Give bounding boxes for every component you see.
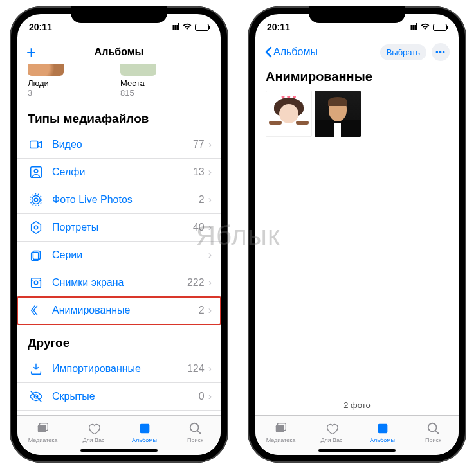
row-portraits[interactable]: Портреты 40 › bbox=[17, 214, 221, 242]
photo-thumbnail[interactable]: ♥ ♥ ♥ bbox=[266, 91, 312, 137]
status-time: 20:11 bbox=[29, 22, 52, 32]
row-recently-deleted[interactable]: Недавно удаленные 431 › bbox=[17, 411, 221, 415]
tab-search[interactable]: Поиск bbox=[170, 416, 221, 449]
tab-for-you[interactable]: Для Вас bbox=[306, 416, 357, 449]
album-count: 815 bbox=[120, 88, 156, 98]
tab-library[interactable]: Медиатека bbox=[255, 416, 306, 449]
svg-point-19 bbox=[428, 423, 436, 431]
tab-albums[interactable]: Альбомы bbox=[357, 416, 408, 449]
animated-icon bbox=[28, 303, 44, 317]
people-thumbnail bbox=[28, 64, 64, 76]
row-count: 2 bbox=[199, 305, 205, 316]
svg-rect-14 bbox=[140, 423, 149, 433]
row-imported[interactable]: Импортированные 124 › bbox=[17, 355, 221, 383]
chevron-right-icon: › bbox=[208, 194, 212, 206]
status-time: 20:11 bbox=[267, 22, 290, 32]
row-count: 222 bbox=[187, 277, 205, 289]
signal-icon: ıııl bbox=[172, 22, 179, 32]
photo-thumbnail[interactable] bbox=[315, 91, 361, 137]
battery-icon bbox=[433, 24, 447, 31]
chevron-right-icon: › bbox=[208, 166, 212, 178]
phone-frame-right: 20:11 ıııl Альбомы Выбрать ••• Анимирова… bbox=[248, 6, 466, 463]
chevron-right-icon: › bbox=[208, 277, 212, 289]
phone-frame-left: 20:11 ıııl + Альбомы Люди 3 bbox=[10, 6, 228, 463]
tab-for-you[interactable]: Для Вас bbox=[68, 416, 119, 449]
screenshot-icon bbox=[28, 276, 44, 290]
album-people[interactable]: Люди 3 bbox=[28, 64, 64, 98]
tab-albums[interactable]: Альбомы bbox=[119, 416, 170, 449]
row-label: Видео bbox=[52, 139, 193, 150]
chevron-right-icon: › bbox=[208, 222, 212, 233]
back-label: Альбомы bbox=[273, 46, 318, 58]
wifi-icon bbox=[420, 22, 430, 32]
tab-label: Альбомы bbox=[370, 437, 395, 443]
imported-icon bbox=[28, 362, 44, 376]
chevron-right-icon: › bbox=[208, 249, 212, 261]
battery-icon bbox=[195, 24, 209, 31]
album-label: Места bbox=[120, 78, 156, 88]
select-button[interactable]: Выбрать bbox=[380, 44, 426, 60]
row-count: 77 bbox=[193, 139, 205, 150]
burst-icon bbox=[28, 248, 44, 262]
section-other: Другое bbox=[17, 324, 221, 355]
section-media-types: Типы медиафайлов bbox=[17, 100, 221, 131]
svg-point-15 bbox=[190, 423, 198, 431]
svg-rect-9 bbox=[32, 278, 41, 288]
tab-label: Медиатека bbox=[266, 437, 296, 443]
svg-point-10 bbox=[34, 281, 38, 285]
nav-title: Альбомы bbox=[17, 46, 221, 58]
tab-label: Поиск bbox=[187, 437, 203, 443]
signal-icon: ıııl bbox=[410, 22, 417, 32]
back-button[interactable]: Альбомы bbox=[264, 46, 318, 58]
video-icon bbox=[28, 138, 44, 152]
row-bursts[interactable]: Серии › bbox=[17, 242, 221, 269]
tab-label: Поиск bbox=[425, 437, 441, 443]
row-label: Анимированные bbox=[52, 305, 199, 316]
chevron-right-icon: › bbox=[208, 305, 212, 316]
row-label: Скрытые bbox=[52, 391, 199, 402]
footer-count: 2 фото bbox=[255, 400, 459, 415]
svg-point-6 bbox=[34, 226, 38, 229]
row-count: 0 bbox=[199, 391, 205, 402]
row-count: 13 bbox=[193, 166, 205, 178]
row-label: Импортированные bbox=[52, 363, 187, 375]
tab-search[interactable]: Поиск bbox=[408, 416, 459, 449]
nav-bar: Альбомы Выбрать ••• bbox=[255, 40, 459, 64]
row-count: 40 bbox=[193, 222, 205, 233]
chevron-right-icon: › bbox=[208, 363, 212, 375]
svg-point-3 bbox=[34, 198, 38, 202]
svg-point-4 bbox=[32, 196, 41, 204]
tab-library[interactable]: Медиатека bbox=[17, 416, 68, 449]
row-count: 2 bbox=[199, 194, 205, 206]
row-live-photos[interactable]: Фото Live Photos 2 › bbox=[17, 186, 221, 214]
places-thumbnail bbox=[120, 64, 156, 76]
notch bbox=[309, 6, 405, 23]
row-videos[interactable]: Видео 77 › bbox=[17, 131, 221, 159]
page-title: Анимированные bbox=[255, 64, 459, 91]
svg-rect-12 bbox=[37, 425, 46, 432]
portrait-icon bbox=[28, 220, 44, 235]
svg-point-2 bbox=[34, 169, 38, 173]
row-selfies[interactable]: Селфи 13 › bbox=[17, 159, 221, 186]
row-animated[interactable]: Анимированные 2 › bbox=[17, 297, 221, 324]
svg-rect-0 bbox=[30, 141, 38, 148]
svg-rect-1 bbox=[31, 167, 42, 178]
more-button[interactable]: ••• bbox=[432, 43, 450, 61]
album-count: 3 bbox=[28, 88, 64, 98]
row-screenshots[interactable]: Снимки экрана 222 › bbox=[17, 269, 221, 297]
album-places[interactable]: Места 815 bbox=[120, 64, 156, 98]
wifi-icon bbox=[182, 22, 192, 32]
row-hidden[interactable]: Скрытые 0 › bbox=[17, 383, 221, 411]
row-label: Портреты bbox=[52, 222, 193, 233]
home-indicator bbox=[80, 449, 158, 452]
row-label: Фото Live Photos bbox=[52, 194, 199, 206]
tab-label: Медиатека bbox=[28, 437, 58, 443]
home-indicator bbox=[318, 449, 396, 452]
row-label: Снимки экрана bbox=[52, 277, 187, 289]
chevron-right-icon: › bbox=[208, 139, 212, 150]
row-label: Селфи bbox=[52, 166, 193, 178]
svg-rect-16 bbox=[275, 425, 284, 432]
tab-label: Для Вас bbox=[82, 437, 104, 443]
hidden-icon bbox=[28, 389, 44, 404]
nav-bar: + Альбомы bbox=[17, 40, 221, 64]
